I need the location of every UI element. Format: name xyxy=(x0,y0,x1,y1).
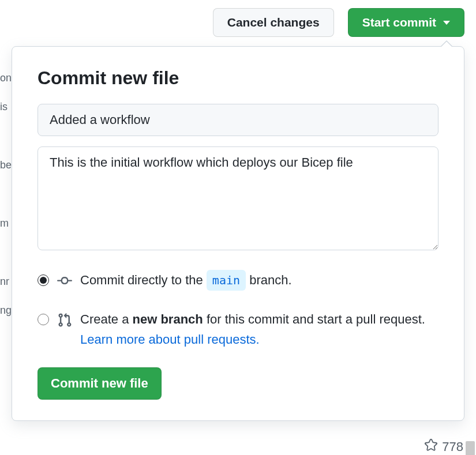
scrollbar-thumb[interactable] xyxy=(466,441,475,455)
radio-new-branch[interactable]: Create a new branch for this commit and … xyxy=(38,309,438,349)
branch-chip: main xyxy=(207,270,246,291)
start-commit-button[interactable]: Start commit xyxy=(348,8,464,37)
radio-new-branch-text: Create a new branch for this commit and … xyxy=(80,309,438,349)
radio-commit-direct-input[interactable] xyxy=(38,274,49,286)
git-commit-icon xyxy=(57,273,72,294)
start-commit-label: Start commit xyxy=(362,16,436,29)
radio-commit-direct[interactable]: Commit directly to the main branch. xyxy=(38,270,438,294)
popover-heading: Commit new file xyxy=(38,67,438,89)
background-star-count: 778 xyxy=(425,439,463,455)
top-action-bar: Cancel changes Start commit xyxy=(0,0,476,45)
commit-new-file-button[interactable]: Commit new file xyxy=(38,367,162,400)
commit-title-input[interactable] xyxy=(38,104,438,136)
commit-new-file-label: Commit new file xyxy=(51,376,148,390)
star-icon xyxy=(425,439,437,455)
commit-popover: Commit new file This is the initial work… xyxy=(12,46,464,421)
commit-target-radio-group: Commit directly to the main branch. Crea… xyxy=(38,270,438,350)
chevron-down-icon xyxy=(443,21,450,25)
commit-description-textarea[interactable]: This is the initial workflow which deplo… xyxy=(38,146,438,250)
popover-arrow xyxy=(440,40,453,47)
radio-direct-prefix: Commit directly to the xyxy=(80,273,207,287)
radio-new-branch-input[interactable] xyxy=(38,314,49,325)
radio-commit-direct-text: Commit directly to the main branch. xyxy=(80,270,438,291)
learn-more-link[interactable]: Learn more about pull requests. xyxy=(80,332,260,347)
star-count: 778 xyxy=(442,439,463,454)
radio-new-branch-bold: new branch xyxy=(133,312,203,326)
radio-new-branch-suffix: for this commit and start a pull request… xyxy=(207,312,425,326)
git-pull-request-icon xyxy=(57,313,72,333)
cancel-changes-button[interactable]: Cancel changes xyxy=(213,8,334,37)
radio-new-branch-prefix: Create a xyxy=(80,312,133,326)
cancel-changes-label: Cancel changes xyxy=(227,16,320,29)
radio-direct-suffix: branch. xyxy=(249,273,291,287)
